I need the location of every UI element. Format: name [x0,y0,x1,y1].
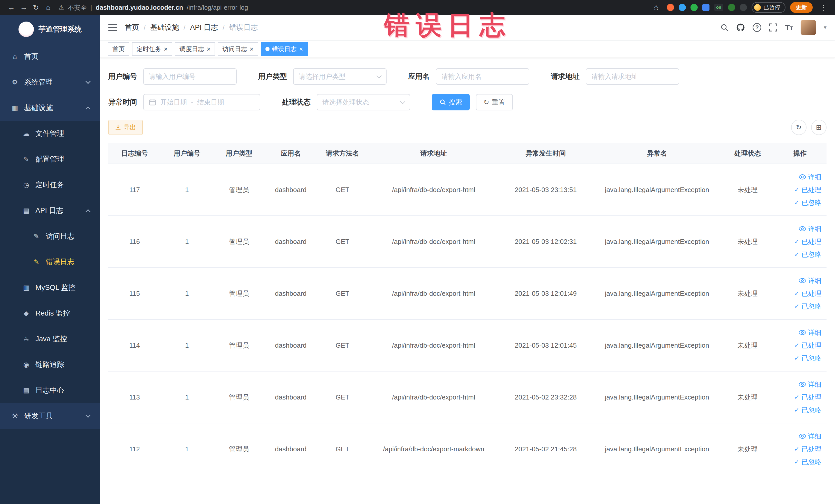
tab-home[interactable]: 首页 [108,42,129,56]
tab-schedule-log[interactable]: 调度日志× [175,42,215,56]
exception-time-range-picker[interactable]: 开始日期 - 结束日期 [143,94,260,110]
mark-ignored-link[interactable]: ✓已忽略 [773,352,821,365]
breadcrumb-infrastructure[interactable]: 基础设施 [150,23,179,32]
cell-request-method: GET [317,164,368,216]
check-icon: ✓ [794,235,799,248]
cell-user-id: 1 [161,319,213,371]
sidebar-item-home[interactable]: ⌂首页 [0,44,100,69]
sidebar-item-redis-monitor[interactable]: ◆Redis 监控 [0,300,100,326]
cell-process-status: 未处理 [721,423,773,475]
detail-link[interactable]: 详细 [773,222,821,235]
fullscreen-icon[interactable] [769,23,777,32]
user-type-select[interactable]: 请选择用户类型 [293,68,387,85]
bookmark-star-icon[interactable]: ☆ [650,3,662,12]
back-icon[interactable]: ← [5,3,18,12]
search-icon[interactable] [720,23,729,32]
extension-icon[interactable] [667,4,674,11]
sidebar-item-trace[interactable]: ◉链路追踪 [0,352,100,378]
close-icon[interactable]: × [249,46,253,53]
address-bar[interactable]: ⚠ 不安全 | dashboard.yudao.iocoder.cn/infra… [59,3,646,12]
close-icon[interactable]: × [207,46,210,53]
mark-ignored-link-label: 已忽略 [801,456,821,468]
cell-request-method: GET [317,423,368,475]
close-icon[interactable]: × [164,46,168,53]
sidebar-item-java-monitor[interactable]: ☕Java 监控 [0,326,100,352]
tab-access-log[interactable]: 访问日志× [218,42,258,56]
sidebar-item-access-log[interactable]: ✎访问日志 [0,223,100,249]
sidebar-item-log-center[interactable]: ▤日志中心 [0,378,100,403]
detail-link[interactable]: 详细 [773,170,821,183]
breadcrumb-api-log[interactable]: API 日志 [190,23,218,32]
reset-button[interactable]: ↻ 重置 [476,94,513,110]
sidebar-item-config-management[interactable]: ✎配置管理 [0,146,100,172]
tab-error-log[interactable]: 错误日志× [261,42,308,56]
sidebar-item-file-management[interactable]: ☁文件管理 [0,121,100,146]
help-icon[interactable]: ? [753,23,761,32]
user-id-input[interactable] [143,68,237,85]
detail-link[interactable]: 详细 [773,326,821,339]
mark-processed-link[interactable]: ✓已处理 [773,183,821,196]
export-button[interactable]: 导出 [108,120,143,135]
font-size-icon[interactable]: TT [785,23,793,32]
mark-ignored-link[interactable]: ✓已忽略 [773,404,821,417]
extension-icon[interactable] [702,4,710,11]
mark-ignored-link[interactable]: ✓已忽略 [773,456,821,468]
detail-link[interactable]: 详细 [773,378,821,391]
mark-ignored-link[interactable]: ✓已忽略 [773,248,821,261]
column-settings-button[interactable]: ⊞ [811,120,827,135]
detail-link[interactable]: 详细 [773,430,821,443]
detail-link-label: 详细 [808,326,821,339]
tab-label: 首页 [113,45,125,53]
breadcrumb-home[interactable]: 首页 [125,23,139,32]
sidebar-item-label: 日志中心 [36,385,64,395]
extension-icon[interactable] [728,4,735,11]
browser-menu-icon[interactable]: ⋮ [817,3,830,12]
cell-exception-name: java.lang.IllegalArgumentException [592,267,722,319]
cell-exception-name: java.lang.IllegalArgumentException [592,371,722,423]
browser-home-icon[interactable]: ⌂ [42,3,55,12]
extension-icon[interactable] [691,4,698,11]
column-header-user-id: 用户编号 [161,143,213,164]
chrome-update-button[interactable]: 更新 [790,2,813,13]
user-avatar[interactable] [801,20,816,35]
mark-processed-link[interactable]: ✓已处理 [773,391,821,404]
mark-processed-link-label: 已处理 [801,391,821,404]
mark-processed-link-label: 已处理 [801,443,821,456]
mark-processed-link[interactable]: ✓已处理 [773,287,821,300]
cell-app-name: dashboard [265,319,317,371]
search-button[interactable]: 搜索 [432,94,470,110]
tab-scheduled-jobs[interactable]: 定时任务× [132,42,172,56]
sidebar-item-mysql-monitor[interactable]: ▥MySQL 监控 [0,275,100,300]
github-icon[interactable] [736,23,745,32]
sidebar-item-scheduled-jobs[interactable]: ◷定时任务 [0,172,100,198]
mark-ignored-link[interactable]: ✓已忽略 [773,300,821,313]
profile-paused-badge[interactable]: 已暂停 [752,2,786,13]
extension-icon[interactable] [740,4,747,11]
mark-ignored-link[interactable]: ✓已忽略 [773,196,821,209]
refresh-button[interactable]: ↻ [791,120,807,135]
reload-icon[interactable]: ↻ [30,3,42,12]
sidebar-item-infrastructure[interactable]: ▦基础设施 [0,95,100,121]
mark-processed-link[interactable]: ✓已处理 [773,235,821,248]
cell-user-type: 管理员 [213,216,265,267]
request-url-input[interactable] [586,68,679,85]
cell-user-id: 1 [161,371,213,423]
sidebar-item-error-log[interactable]: ✎错误日志 [0,249,100,275]
forward-icon[interactable]: → [18,3,30,12]
sidebar-item-api-log[interactable]: ▤API 日志 [0,198,100,223]
app-name-input[interactable] [436,68,529,85]
chevron-down-icon[interactable]: ▾ [824,24,827,31]
eye-icon [799,278,806,283]
mark-processed-link[interactable]: ✓已处理 [773,339,821,352]
extension-icon[interactable] [679,4,686,11]
sidebar-item-system-management[interactable]: ⚙系统管理 [0,69,100,95]
hamburger-icon[interactable] [108,24,117,31]
sidebar-item-dev-tools[interactable]: ⚒研发工具 [0,403,100,429]
document-icon: ▤ [22,207,31,215]
detail-link[interactable]: 详细 [773,274,821,287]
close-icon[interactable]: × [299,46,303,53]
process-status-select[interactable]: 请选择处理状态 [317,94,410,110]
mark-processed-link[interactable]: ✓已处理 [773,443,821,456]
filter-user-id: 用户编号 [108,68,237,85]
extension-on-icon[interactable]: on [714,4,724,11]
